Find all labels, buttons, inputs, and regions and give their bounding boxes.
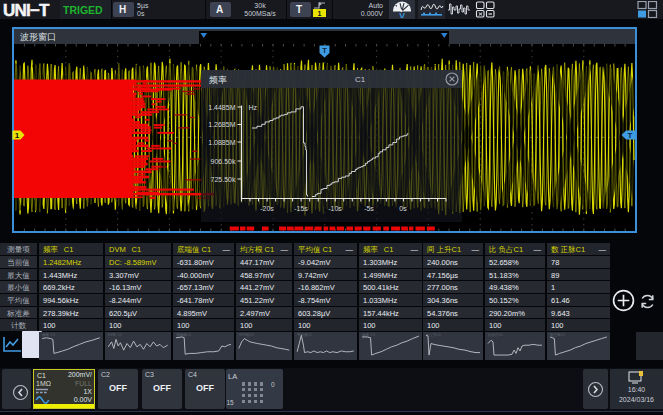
svg-text:1.0885M: 1.0885M [208, 139, 235, 146]
svg-text:Hz: Hz [249, 104, 258, 111]
svg-text:T: T [322, 46, 327, 55]
svg-text:725.50k: 725.50k [211, 176, 236, 183]
svg-text:V: V [399, 11, 405, 19]
svg-text:-5s: -5s [364, 205, 374, 212]
svg-text:1.4485M: 1.4485M [208, 104, 235, 111]
svg-text:-20s: -20s [260, 205, 274, 212]
svg-text:0s: 0s [399, 205, 407, 212]
svg-text:-15s: -15s [294, 205, 308, 212]
svg-text:-10s: -10s [328, 205, 342, 212]
svg-text:1.2685M: 1.2685M [208, 121, 235, 128]
svg-text:1: 1 [15, 131, 20, 140]
svg-text:T: T [628, 131, 633, 140]
svg-text:906.50k: 906.50k [211, 158, 236, 165]
